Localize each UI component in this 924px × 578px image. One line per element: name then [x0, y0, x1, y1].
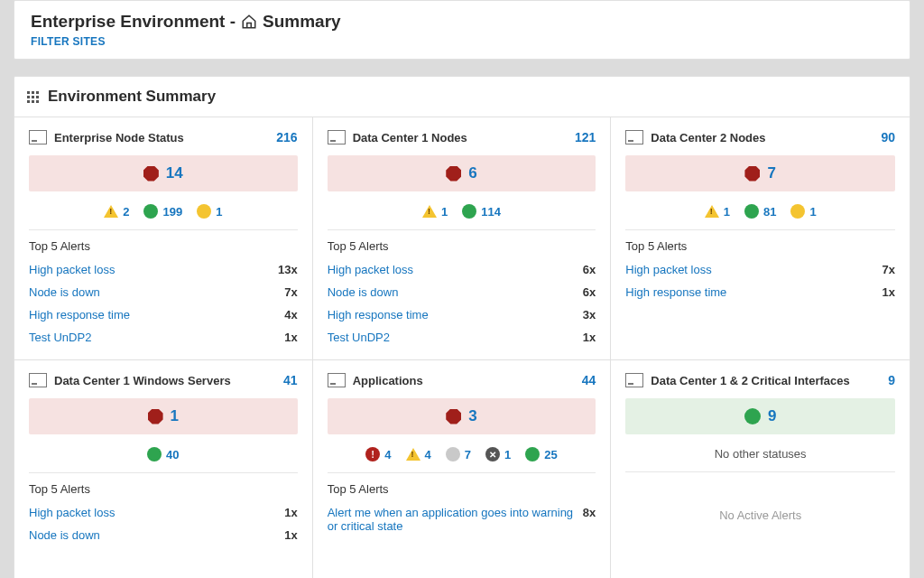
- tile-title: Enterprise Node Status: [29, 130, 184, 144]
- status-badge[interactable]: 114: [462, 204, 501, 219]
- alert-link[interactable]: Node is down: [328, 285, 583, 299]
- alert-link[interactable]: Test UnDP2: [328, 331, 583, 344]
- tile-header: Data Center 2 Nodes90: [625, 130, 895, 144]
- alert-link[interactable]: High packet loss: [625, 263, 882, 276]
- alert-link[interactable]: High response time: [328, 308, 583, 322]
- status-badge[interactable]: 2: [104, 205, 129, 219]
- alert-link[interactable]: High response time: [29, 308, 284, 322]
- alert-row: High packet loss7x: [625, 258, 895, 281]
- status-count: 40: [166, 448, 179, 461]
- alert-link[interactable]: High packet loss: [29, 506, 284, 519]
- filter-sites-link[interactable]: FILTER SITES: [31, 35, 893, 48]
- node-icon: [29, 373, 47, 387]
- alert-row: Node is down7x: [29, 281, 298, 303]
- alert-link[interactable]: High packet loss: [29, 263, 278, 276]
- status-badge[interactable]: ✕1: [485, 447, 511, 461]
- primary-status-banner[interactable]: 3: [328, 398, 596, 434]
- title-prefix: Enterprise Environment -: [31, 12, 236, 32]
- up-icon: [744, 204, 759, 219]
- critical-icon: [148, 409, 163, 424]
- status-badge[interactable]: !4: [365, 447, 391, 461]
- primary-status-count: 1: [171, 407, 179, 425]
- alert-row: High packet loss13x: [29, 258, 298, 281]
- alert-row: Alert me when an application goes into w…: [328, 501, 596, 537]
- drag-handle-icon[interactable]: [27, 91, 39, 103]
- status-badge[interactable]: 1: [197, 204, 222, 219]
- primary-status-banner[interactable]: 6: [328, 155, 596, 191]
- neutral-icon: [446, 447, 460, 461]
- alert-count: 1x: [284, 506, 297, 519]
- tile-title: Data Center 2 Nodes: [625, 130, 765, 144]
- tile-total-count[interactable]: 90: [881, 130, 895, 144]
- status-count: 81: [763, 205, 776, 219]
- status-badge[interactable]: 1: [705, 205, 730, 219]
- status-count: 1: [504, 448, 511, 461]
- status-count: 114: [481, 205, 501, 219]
- status-count: 1: [724, 205, 730, 219]
- primary-status-count: 3: [468, 407, 476, 425]
- status-count: 1: [809, 205, 816, 219]
- status-count: 1: [441, 205, 448, 219]
- status-count: 2: [123, 205, 129, 219]
- alert-count: 1x: [882, 285, 895, 299]
- status-row: 1811: [625, 200, 895, 230]
- tile-total-count[interactable]: 41: [283, 373, 298, 387]
- unknown-icon: [197, 204, 211, 219]
- tile-title: Applications: [328, 373, 423, 387]
- top-alerts-header: Top 5 Alerts: [328, 482, 596, 496]
- warning-icon: [104, 205, 118, 218]
- tile-dc-critical-interfaces: Data Center 1 & 2 Critical Interfaces99N…: [611, 360, 910, 578]
- top-alerts-header: Top 5 Alerts: [625, 239, 895, 253]
- up-icon: [147, 447, 162, 461]
- status-badge[interactable]: 1: [790, 204, 816, 219]
- tile-header: Applications44: [328, 373, 596, 387]
- status-count: 25: [544, 448, 557, 461]
- alert-row: High packet loss1x: [29, 501, 298, 524]
- alert-row: Test UnDP21x: [29, 326, 298, 349]
- primary-status-banner[interactable]: 7: [625, 155, 895, 191]
- status-badge[interactable]: 199: [143, 204, 182, 219]
- status-count: 199: [162, 205, 182, 219]
- top-alerts-header: Top 5 Alerts: [29, 482, 298, 496]
- status-row: !447✕125: [328, 443, 596, 473]
- alert-link[interactable]: Alert me when an application goes into w…: [328, 506, 583, 533]
- alert-link[interactable]: High response time: [625, 285, 882, 299]
- up-icon: [143, 204, 158, 219]
- alert-count: 6x: [583, 263, 596, 276]
- alert-row: High packet loss6x: [328, 258, 596, 281]
- critical-icon: [446, 409, 461, 424]
- status-count: 1: [216, 205, 222, 219]
- status-count: 4: [384, 448, 391, 461]
- status-badge[interactable]: 40: [147, 447, 179, 461]
- alert-link[interactable]: Test UnDP2: [29, 331, 284, 344]
- primary-status-banner[interactable]: 1: [29, 398, 298, 434]
- page-title: Enterprise Environment - Summary: [31, 12, 893, 32]
- tiles-grid: Enterprise Node Status2161421991Top 5 Al…: [14, 117, 910, 578]
- status-row: 40: [29, 443, 298, 473]
- tile-total-count[interactable]: 121: [575, 130, 596, 144]
- status-badge[interactable]: 1: [422, 205, 448, 219]
- critical-icon: [143, 166, 159, 182]
- status-badge[interactable]: 4: [406, 448, 431, 461]
- title-suffix: Summary: [263, 12, 341, 32]
- node-icon: [625, 130, 643, 144]
- alert-link[interactable]: Node is down: [29, 285, 284, 299]
- status-badge[interactable]: 7: [446, 447, 471, 461]
- tile-total-count[interactable]: 44: [582, 373, 596, 387]
- alert-count: 3x: [583, 308, 596, 322]
- primary-status-banner[interactable]: 9: [625, 398, 895, 434]
- tile-title-text: Data Center 1 Nodes: [353, 131, 467, 144]
- alert-link[interactable]: High packet loss: [328, 263, 583, 276]
- tile-title-text: Applications: [353, 374, 423, 387]
- status-badge[interactable]: 25: [525, 447, 557, 461]
- alert-count: 1x: [284, 528, 297, 542]
- section-title: Environment Summary: [48, 88, 216, 106]
- tile-total-count[interactable]: 9: [888, 373, 895, 387]
- status-row: 21991: [29, 200, 298, 230]
- tile-enterprise-node-status: Enterprise Node Status2161421991Top 5 Al…: [14, 117, 313, 360]
- status-badge[interactable]: 81: [744, 204, 776, 219]
- primary-status-banner[interactable]: 14: [29, 155, 298, 191]
- alert-link[interactable]: Node is down: [29, 528, 284, 542]
- tile-total-count[interactable]: 216: [276, 130, 297, 144]
- tile-title: Data Center 1 & 2 Critical Interfaces: [625, 373, 849, 387]
